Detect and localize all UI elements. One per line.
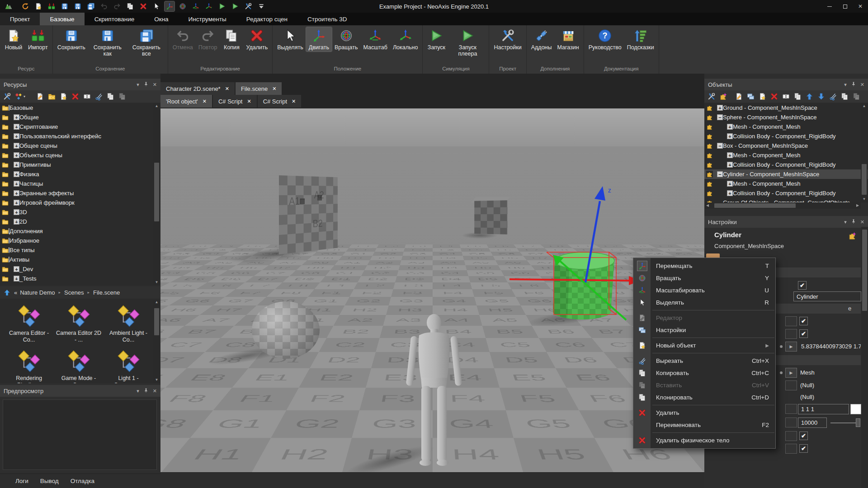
ribbon-button[interactable]: Масштаб [360, 27, 390, 52]
output-tab[interactable]: Вывод [40, 478, 59, 484]
ribbon-button[interactable]: Настройки [491, 27, 524, 52]
scroll-down-icon[interactable]: ▼ [153, 377, 160, 383]
tree-item[interactable]: −Базовые [0, 103, 160, 113]
ribbon-button[interactable]: Руководство [586, 27, 624, 52]
scene-viewport[interactable]: E1E2E3E4E5E6E7E8E1E2E3E4E5E6E7E8E1E2E3E4… [160, 108, 704, 472]
tree-item[interactable]: +Дополнения [0, 226, 160, 236]
toolbar-button[interactable] [60, 93, 67, 100]
caret-down-icon[interactable]: ▾ [137, 82, 139, 88]
tree-item[interactable]: −Активы [0, 255, 160, 264]
expander-plus-icon[interactable]: + [14, 200, 19, 206]
property-button[interactable] [785, 380, 797, 390]
quick-access-button[interactable] [165, 1, 175, 11]
checker-sphere-object[interactable] [252, 301, 320, 359]
ribbon-button[interactable]: Сохранить все [127, 27, 166, 58]
document-tab[interactable]: C# Script✕ [213, 95, 257, 108]
expand-mesh-button[interactable]: ▶ [785, 368, 797, 378]
transform-value[interactable]: 5.83784400973029 1.75 [801, 343, 861, 350]
expander-plus-icon[interactable]: + [727, 190, 733, 196]
expander-plus-icon[interactable]: + [14, 266, 19, 272]
quick-access-button[interactable] [47, 1, 57, 11]
expander-plus-icon[interactable]: + [14, 171, 19, 177]
tree-item[interactable]: +Частицы [0, 179, 160, 188]
quick-access-button[interactable] [86, 1, 96, 11]
toolbar-button[interactable] [806, 93, 813, 100]
pin-icon[interactable] [851, 219, 856, 225]
tree-item[interactable]: +Collision Body - Component_RigidBody [704, 160, 868, 169]
ribbon-button[interactable]: Отмена [170, 27, 196, 52]
ribbon-button[interactable]: Локально [390, 27, 421, 52]
expander-plus-icon[interactable]: + [14, 143, 19, 149]
tree-item[interactable]: −Cylinder - Component_MeshInSpace [704, 169, 868, 179]
ribbon-tab[interactable]: Инструменты [179, 13, 236, 25]
toolbar-button[interactable] [719, 93, 727, 100]
breadcrumb-item[interactable]: Nature Demo [20, 289, 55, 296]
tree-item[interactable]: +Пользовательский интерфейс [0, 131, 160, 141]
mesh-value[interactable]: Mesh [800, 369, 815, 376]
menu-item[interactable]: ВращатьY [633, 272, 775, 284]
toolbar-button[interactable] [782, 93, 790, 100]
close-icon[interactable]: ✕ [860, 82, 864, 88]
quick-access-button[interactable] [4, 1, 14, 11]
ribbon-button[interactable]: Импорт [25, 27, 51, 52]
tree-item[interactable]: +Все типы [0, 245, 160, 255]
ribbon-tab[interactable]: Проект [0, 13, 40, 25]
ribbon-button[interactable]: Запуск плеера [448, 27, 487, 58]
tree-item[interactable]: Group Of Objects - Component_GroupOfObje… [704, 198, 868, 202]
expander-plus-icon[interactable]: + [14, 114, 19, 120]
scroll-down-icon[interactable]: ▼ [153, 279, 160, 286]
quick-access-button[interactable] [125, 1, 135, 11]
scroll-up-icon[interactable]: ▲ [861, 103, 868, 109]
ribbon-button[interactable]: Сохранить [55, 27, 88, 52]
caret-down-icon[interactable]: ▾ [844, 82, 847, 88]
menu-item[interactable]: МасштабироватьU [633, 284, 775, 296]
ribbon-button[interactable]: Аддоны [528, 27, 555, 52]
close-icon[interactable]: ✕ [860, 219, 864, 225]
objects-tree-hscrollbar[interactable]: ◀ ▶ [704, 202, 861, 209]
asset-item[interactable]: Rendering Pipeline - [5, 349, 52, 383]
toolbar-button[interactable] [735, 93, 743, 100]
maximize-button[interactable] [837, 0, 853, 13]
expander-plus-icon[interactable]: + [727, 152, 733, 158]
quick-access-button[interactable] [243, 1, 253, 11]
toolbar-button[interactable] [817, 93, 825, 100]
ribbon-button[interactable]: Подсказки [624, 27, 657, 52]
quick-access-button[interactable] [151, 1, 161, 11]
expander-plus-icon[interactable]: + [14, 181, 19, 187]
ribbon-tab[interactable]: Скриптование [85, 13, 145, 25]
property-checkbox[interactable]: ✔ [799, 444, 808, 453]
expander-plus-icon[interactable]: + [727, 133, 733, 139]
quick-access-button[interactable] [191, 1, 201, 11]
checker-cube-object[interactable] [474, 200, 507, 235]
quick-access-button[interactable] [73, 1, 83, 11]
close-button[interactable]: ✕ [853, 0, 868, 13]
scroll-right-icon[interactable]: ▶ [854, 202, 861, 209]
expander-plus-icon[interactable]: + [727, 181, 733, 187]
property-checkbox[interactable]: ✔ [799, 329, 808, 338]
tree-item[interactable]: +Ground - Component_MeshInSpace [704, 103, 868, 113]
property-checkbox[interactable]: ✔ [799, 432, 808, 440]
toolbar-button[interactable] [48, 93, 56, 100]
tree-item[interactable]: +Примитивы [0, 160, 160, 169]
document-tab[interactable]: C# Script✕ [258, 95, 302, 108]
ribbon-button[interactable]: Новый [2, 27, 25, 52]
menu-item[interactable]: Новый объект▶ [633, 339, 775, 352]
pin-icon[interactable] [143, 81, 149, 88]
toolbar-button[interactable] [95, 93, 103, 100]
scale-field[interactable]: 1 1 1 [798, 404, 849, 414]
menu-item[interactable]: КопироватьCtrl+C [633, 367, 775, 379]
ribbon-button[interactable]: Выделять [274, 27, 306, 52]
property-button[interactable] [785, 418, 797, 427]
expander-plus-icon[interactable]: + [717, 105, 723, 111]
asset-item[interactable]: Game Mode - Co... [55, 349, 102, 383]
collapse-breadcrumb-icon[interactable]: « [14, 289, 16, 296]
ribbon-button[interactable]: Запуск [425, 27, 448, 52]
menu-item[interactable]: ВыделятьR [633, 296, 775, 309]
toolbar-button[interactable]: ▾ [15, 93, 25, 100]
tree-item[interactable]: +3D [0, 207, 160, 217]
tree-item[interactable]: +Общие [0, 113, 160, 122]
expander-plus-icon[interactable]: + [727, 162, 733, 168]
property-checkbox[interactable]: ✔ [799, 317, 808, 325]
toolbar-button[interactable] [118, 93, 126, 100]
tree-item[interactable]: +Общее сцены [0, 141, 160, 150]
